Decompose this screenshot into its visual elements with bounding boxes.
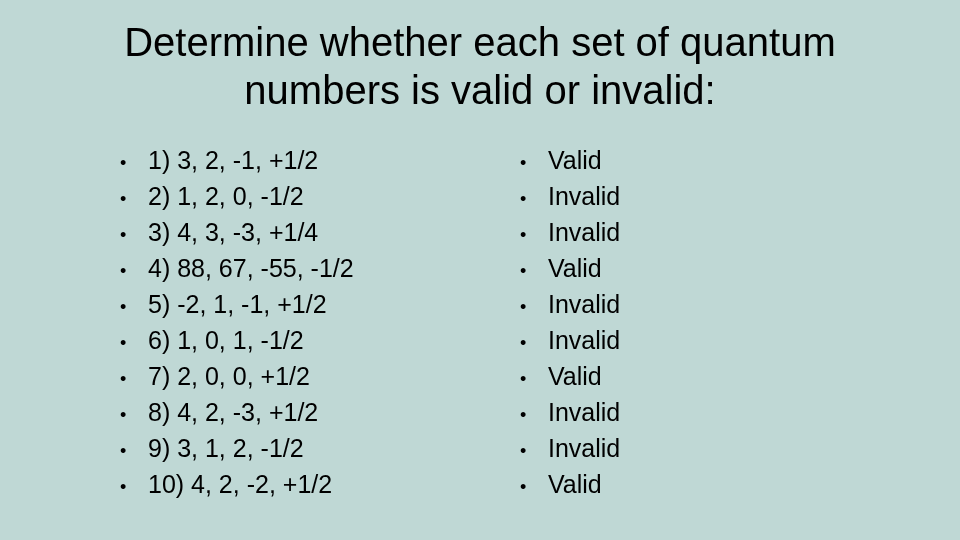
list-item: •8) 4, 2, -3, +1/2 (120, 394, 520, 430)
question-text: 3) 4, 3, -3, +1/4 (148, 214, 318, 250)
answer-text: Invalid (548, 322, 620, 358)
list-item: •Invalid (520, 214, 820, 250)
list-item: •Invalid (520, 322, 820, 358)
question-text: 9) 3, 1, 2, -1/2 (148, 430, 304, 466)
list-item: •7) 2, 0, 0, +1/2 (120, 358, 520, 394)
bullet-icon: • (520, 187, 548, 213)
bullet-icon: • (120, 439, 148, 465)
bullet-icon: • (120, 331, 148, 357)
bullet-icon: • (520, 367, 548, 393)
list-item: •2) 1, 2, 0, -1/2 (120, 178, 520, 214)
bullet-icon: • (120, 223, 148, 249)
list-item: •Invalid (520, 286, 820, 322)
content-area: •1) 3, 2, -1, +1/2 •2) 1, 2, 0, -1/2 •3)… (60, 142, 900, 502)
question-text: 8) 4, 2, -3, +1/2 (148, 394, 318, 430)
answers-column: •Valid •Invalid •Invalid •Valid •Invalid… (520, 142, 820, 502)
question-text: 4) 88, 67, -55, -1/2 (148, 250, 354, 286)
list-item: •Valid (520, 250, 820, 286)
list-item: •5) -2, 1, -1, +1/2 (120, 286, 520, 322)
bullet-icon: • (120, 295, 148, 321)
answer-text: Invalid (548, 286, 620, 322)
list-item: •1) 3, 2, -1, +1/2 (120, 142, 520, 178)
list-item: •3) 4, 3, -3, +1/4 (120, 214, 520, 250)
bullet-icon: • (520, 475, 548, 501)
question-text: 1) 3, 2, -1, +1/2 (148, 142, 318, 178)
bullet-icon: • (520, 151, 548, 177)
slide-container: Determine whether each set of quantum nu… (0, 0, 960, 540)
bullet-icon: • (520, 403, 548, 429)
bullet-icon: • (120, 187, 148, 213)
bullet-icon: • (120, 367, 148, 393)
question-text: 2) 1, 2, 0, -1/2 (148, 178, 304, 214)
answer-text: Invalid (548, 430, 620, 466)
list-item: •Valid (520, 358, 820, 394)
bullet-icon: • (520, 223, 548, 249)
question-text: 10) 4, 2, -2, +1/2 (148, 466, 332, 502)
bullet-icon: • (120, 259, 148, 285)
answer-text: Valid (548, 250, 602, 286)
list-item: •10) 4, 2, -2, +1/2 (120, 466, 520, 502)
answer-text: Valid (548, 466, 602, 502)
question-text: 6) 1, 0, 1, -1/2 (148, 322, 304, 358)
answer-text: Valid (548, 142, 602, 178)
question-text: 7) 2, 0, 0, +1/2 (148, 358, 310, 394)
answer-text: Invalid (548, 178, 620, 214)
list-item: •Invalid (520, 178, 820, 214)
page-title: Determine whether each set of quantum nu… (60, 18, 900, 114)
bullet-icon: • (120, 403, 148, 429)
bullet-icon: • (520, 259, 548, 285)
bullet-icon: • (120, 151, 148, 177)
list-item: •Invalid (520, 430, 820, 466)
answers-list: •Valid •Invalid •Invalid •Valid •Invalid… (520, 142, 820, 502)
questions-list: •1) 3, 2, -1, +1/2 •2) 1, 2, 0, -1/2 •3)… (120, 142, 520, 502)
list-item: •Invalid (520, 394, 820, 430)
list-item: •9) 3, 1, 2, -1/2 (120, 430, 520, 466)
answer-text: Invalid (548, 214, 620, 250)
list-item: •4) 88, 67, -55, -1/2 (120, 250, 520, 286)
bullet-icon: • (520, 295, 548, 321)
questions-column: •1) 3, 2, -1, +1/2 •2) 1, 2, 0, -1/2 •3)… (120, 142, 520, 502)
answer-text: Valid (548, 358, 602, 394)
answer-text: Invalid (548, 394, 620, 430)
list-item: •Valid (520, 142, 820, 178)
bullet-icon: • (520, 439, 548, 465)
list-item: •Valid (520, 466, 820, 502)
bullet-icon: • (120, 475, 148, 501)
bullet-icon: • (520, 331, 548, 357)
question-text: 5) -2, 1, -1, +1/2 (148, 286, 327, 322)
list-item: •6) 1, 0, 1, -1/2 (120, 322, 520, 358)
